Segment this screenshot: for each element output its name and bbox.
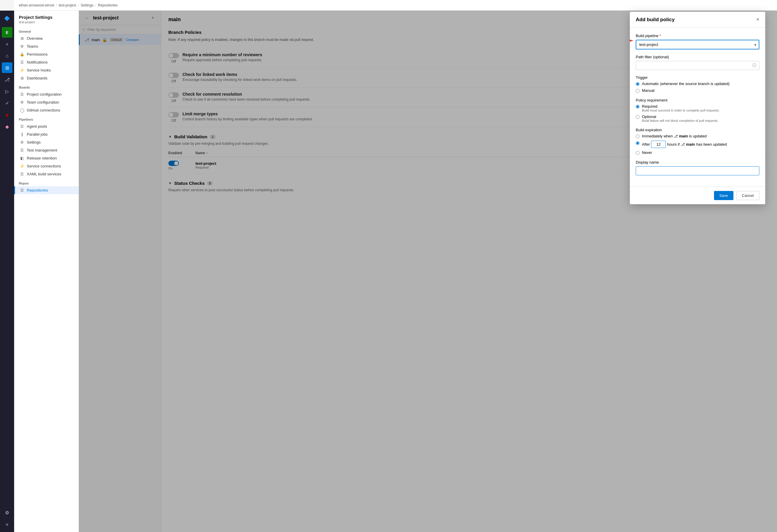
breadcrumb-project[interactable]: test-project: [59, 3, 76, 7]
sidebar-item-permissions[interactable]: 🔒 Permissions: [14, 50, 79, 58]
sidebar-item-service-hooks[interactable]: ⚡ Service hooks: [14, 66, 79, 74]
settings-icon: ⚙: [20, 140, 24, 144]
sidebar-label-repositories: Repositories: [27, 188, 48, 192]
path-filter-label: Path filter (optional): [636, 55, 759, 59]
sidebar-item-service-connections[interactable]: ⚡ Service connections: [14, 162, 79, 170]
settings-nav-icon[interactable]: ⚙: [2, 507, 12, 518]
expiration-immediately[interactable]: Immediately when ⎇ main is updated: [636, 134, 759, 138]
overview-icon: ⊞: [20, 36, 24, 41]
display-name-group: Display name: [636, 160, 759, 175]
display-name-label: Display name: [636, 160, 759, 164]
expiration-after[interactable]: After hours if ⎇ main has been updated: [636, 141, 759, 148]
notifications-icon: ☰: [20, 60, 24, 64]
new-item-icon[interactable]: ＋: [2, 39, 12, 49]
sidebar-item-github[interactable]: ◯ GitHub connections: [14, 106, 79, 114]
dashboards-icon: ⊞: [20, 76, 24, 80]
sidebar-section-general: General: [14, 26, 79, 34]
info-icon: ⓘ: [752, 63, 756, 68]
build-expiration-radio-group: Immediately when ⎇ main is updated After…: [636, 134, 759, 155]
repos-icon[interactable]: ⎇: [2, 74, 12, 85]
sidebar-item-release-retention[interactable]: ◧ Release retention: [14, 154, 79, 162]
test-mgmt-icon: ☰: [20, 148, 24, 152]
xaml-build-icon: ☰: [20, 172, 24, 176]
sidebar-item-test-mgmt[interactable]: ☰ Test management: [14, 146, 79, 154]
trigger-auto-radio[interactable]: [636, 82, 640, 86]
sidebar-item-notifications[interactable]: ☰ Notifications: [14, 58, 79, 66]
trigger-label: Trigger: [636, 75, 759, 80]
hours-input[interactable]: [651, 141, 666, 148]
sidebar-section-boards: Boards: [14, 82, 79, 90]
sidebar-item-settings[interactable]: ⚙ Settings: [14, 138, 79, 146]
build-pipeline-select-wrapper: test-project ▾: [636, 40, 759, 49]
sidebar-label-project-config: Project configuration: [27, 92, 62, 97]
trigger-manual[interactable]: Manual: [636, 88, 759, 93]
policy-optional-radio[interactable]: [636, 115, 640, 119]
dialog-body: Build pipeline * test-project ▾: [630, 28, 765, 186]
azure-logo-icon[interactable]: 🔷: [2, 13, 12, 23]
display-name-input[interactable]: [636, 166, 759, 175]
trigger-manual-radio[interactable]: [636, 89, 640, 93]
arrow-annotation: [630, 35, 636, 46]
pipelines-icon[interactable]: ▷: [2, 86, 12, 97]
dialog-header: Add build policy ×: [630, 12, 765, 28]
expiration-never[interactable]: Never: [636, 150, 759, 155]
expiration-immediately-radio[interactable]: [636, 134, 640, 138]
sidebar-item-xaml-build[interactable]: ☰ XAML build services: [14, 170, 79, 178]
breadcrumb-page[interactable]: Repositories: [98, 3, 118, 7]
path-filter-wrapper: ⓘ: [636, 61, 759, 70]
boards-icon[interactable]: ⊞: [2, 62, 12, 73]
artifacts-icon[interactable]: ◈: [2, 110, 12, 120]
extra-icon[interactable]: ◆: [2, 121, 12, 132]
trigger-auto-label: Automatic (whenever the source branch is…: [642, 82, 730, 86]
sidebar-label-github: GitHub connections: [27, 108, 60, 112]
trigger-manual-label: Manual: [642, 88, 655, 93]
sidebar-label-service-hooks: Service hooks: [27, 68, 51, 73]
breadcrumb-section[interactable]: Settings: [81, 3, 93, 7]
policy-required[interactable]: Required Build must succeed in order to …: [636, 104, 759, 112]
expiration-after-radio[interactable]: [636, 141, 640, 145]
sidebar-item-team-config[interactable]: ⚙ Team configuration: [14, 98, 79, 106]
home-icon[interactable]: ⌂: [2, 50, 12, 61]
policy-requirement-label: Policy requirement: [636, 98, 759, 102]
sidebar-label-team-config: Team configuration: [27, 100, 59, 105]
sidebar-item-project-config[interactable]: ☰ Project configuration: [14, 90, 79, 98]
testplans-icon[interactable]: ✓: [2, 98, 12, 108]
sidebar-item-dashboards[interactable]: ⊞ Dashboards: [14, 74, 79, 82]
sidebar-item-repositories[interactable]: ☰ Repositories: [14, 186, 79, 194]
sidebar-title: Project Settings: [19, 15, 74, 20]
user-avatar[interactable]: E: [2, 27, 12, 38]
build-expiration-label: Build expiration: [636, 128, 759, 132]
breadcrumb-org[interactable]: ethan-arrowood-vercel: [19, 3, 54, 7]
sidebar-item-agent-pools[interactable]: ☰ Agent pools: [14, 122, 79, 130]
sidebar-item-overview[interactable]: ⊞ Overview: [14, 34, 79, 42]
sidebar-label-notifications: Notifications: [27, 60, 48, 64]
sidebar-section-repos: Repos: [14, 178, 79, 186]
permissions-icon: 🔒: [20, 52, 24, 56]
sidebar-label-permissions: Permissions: [27, 52, 48, 56]
path-filter-input[interactable]: [636, 61, 759, 70]
policy-requirement-radio-group: Required Build must succeed in order to …: [636, 104, 759, 122]
build-pipeline-label: Build pipeline *: [636, 33, 759, 38]
branch-icon-after: ⎇: [681, 142, 685, 147]
trigger-radio-group: Automatic (whenever the source branch is…: [636, 82, 759, 93]
team-config-icon: ⚙: [20, 100, 24, 105]
sidebar-label-parallel-jobs: Parallel jobs: [27, 132, 48, 137]
trigger-auto[interactable]: Automatic (whenever the source branch is…: [636, 82, 759, 86]
dialog-footer: Save Cancel: [630, 186, 765, 204]
github-icon: ◯: [20, 108, 24, 112]
build-pipeline-select[interactable]: test-project: [636, 40, 759, 49]
policy-optional[interactable]: Optional Build failure will not block co…: [636, 115, 759, 122]
agent-pools-icon: ☰: [20, 124, 24, 129]
sidebar-item-teams[interactable]: ⚙ Teams: [14, 42, 79, 50]
policy-required-radio[interactable]: [636, 105, 640, 109]
sidebar-label-release-retention: Release retention: [27, 156, 57, 160]
cancel-button[interactable]: Cancel: [737, 191, 759, 200]
sidebar-item-parallel-jobs[interactable]: ∥ Parallel jobs: [14, 130, 79, 138]
save-button[interactable]: Save: [714, 191, 734, 200]
expand-nav-icon[interactable]: »: [2, 519, 12, 530]
sidebar-label-agent-pools: Agent pools: [27, 124, 47, 129]
sidebar-label-settings: Settings: [27, 140, 40, 144]
expiration-never-radio[interactable]: [636, 151, 640, 155]
sidebar-subtitle: test-project: [19, 20, 74, 24]
dialog-close-button[interactable]: ×: [756, 16, 759, 23]
